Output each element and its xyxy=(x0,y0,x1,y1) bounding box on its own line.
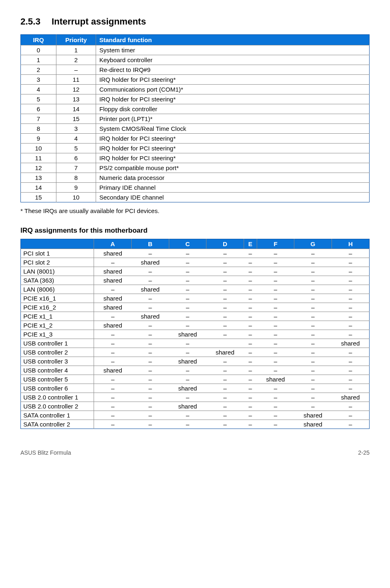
assign-cell: – xyxy=(94,384,132,393)
priority-cell: 9 xyxy=(56,183,96,193)
assign-cell: – xyxy=(94,285,132,294)
assign-cell: – xyxy=(244,366,257,375)
function-cell: Primary IDE channel xyxy=(96,183,370,193)
assign-cell: – xyxy=(94,393,132,402)
assign-header-col: G xyxy=(294,239,332,249)
assign-cell: – xyxy=(332,402,369,411)
assign-cell: – xyxy=(257,303,294,312)
function-cell: IRQ holder for PCI steering* xyxy=(96,94,370,104)
assign-cell: – xyxy=(332,285,369,294)
assign-cell: – xyxy=(206,402,244,411)
table-row: SATA controller 2––––––shared– xyxy=(21,420,370,429)
table-row: 127PS/2 compatible mouse port* xyxy=(21,163,370,173)
assign-cell: – xyxy=(132,330,169,339)
assign-cell: – xyxy=(132,348,169,357)
assign-cell: – xyxy=(332,357,369,366)
assign-cell: – xyxy=(206,258,244,267)
assign-cell: – xyxy=(94,411,132,420)
assign-cell: shared xyxy=(169,402,206,411)
assign-cell: – xyxy=(94,357,132,366)
assign-cell: – xyxy=(257,420,294,429)
table-row: USB controller 4shared––––––– xyxy=(21,366,370,375)
assign-cell: – xyxy=(169,393,206,402)
assign-row-label: PCIE x1_2 xyxy=(21,321,94,330)
assign-cell: shared xyxy=(257,375,294,384)
assign-header-col: H xyxy=(332,239,369,249)
assign-cell: – xyxy=(257,330,294,339)
assign-cell: shared xyxy=(294,420,332,429)
assign-cell: – xyxy=(332,267,369,276)
assign-cell: – xyxy=(94,258,132,267)
assign-cell: – xyxy=(169,285,206,294)
irq-cell: 8 xyxy=(21,124,56,134)
assign-cell: – xyxy=(132,393,169,402)
assign-cell: – xyxy=(206,285,244,294)
irq-header-priority: Priority xyxy=(56,35,96,45)
assign-cell: – xyxy=(132,267,169,276)
assign-cell: – xyxy=(294,249,332,258)
assign-cell: – xyxy=(244,375,257,384)
assign-header-blank xyxy=(21,239,94,249)
irq-header-func: Standard function xyxy=(96,35,370,45)
priority-cell: 10 xyxy=(56,193,96,202)
assign-cell: – xyxy=(206,411,244,420)
assign-cell: – xyxy=(206,357,244,366)
assign-cell: – xyxy=(244,420,257,429)
assign-cell: – xyxy=(132,276,169,285)
assign-cell: – xyxy=(332,303,369,312)
section-title-text: Interrupt assignments xyxy=(52,16,146,27)
priority-cell: 6 xyxy=(56,153,96,163)
assign-cell: – xyxy=(132,321,169,330)
assign-row-label: USB controller 5 xyxy=(21,375,94,384)
assign-cell: – xyxy=(94,348,132,357)
assign-cell: – xyxy=(294,366,332,375)
assign-cell: – xyxy=(294,339,332,348)
assign-cell: – xyxy=(244,339,257,348)
assign-cell: – xyxy=(244,294,257,303)
assign-row-label: SATA controller 1 xyxy=(21,411,94,420)
priority-cell: 7 xyxy=(56,163,96,173)
priority-cell: 8 xyxy=(56,173,96,183)
assign-cell: – xyxy=(244,357,257,366)
assign-cell: – xyxy=(332,411,369,420)
assign-cell: – xyxy=(132,357,169,366)
assign-cell: – xyxy=(257,285,294,294)
assign-cell: shared xyxy=(94,366,132,375)
table-row: PCI slot 1shared––––––– xyxy=(21,249,370,258)
table-row: PCIE x1_3––shared––––– xyxy=(21,330,370,339)
assign-cell: – xyxy=(169,312,206,321)
footer-left: ASUS Blitz Formula xyxy=(20,449,71,456)
priority-cell: 1 xyxy=(56,45,96,55)
table-row: USB controller 1––––––shared xyxy=(21,339,370,348)
assign-cell: – xyxy=(244,321,257,330)
priority-cell: 12 xyxy=(56,85,96,94)
assign-cell: – xyxy=(332,420,369,429)
assign-row-label: SATA (363) xyxy=(21,276,94,285)
assign-cell: – xyxy=(244,285,257,294)
assign-cell: shared xyxy=(169,384,206,393)
assign-cell: – xyxy=(206,249,244,258)
assign-cell: – xyxy=(257,249,294,258)
assign-cell: – xyxy=(244,258,257,267)
assign-cell: – xyxy=(257,276,294,285)
assign-cell: – xyxy=(206,366,244,375)
irq-cell: 7 xyxy=(21,114,56,124)
assign-cell: – xyxy=(332,294,369,303)
assign-cell: – xyxy=(244,402,257,411)
function-cell: Secondary IDE channel xyxy=(96,193,370,202)
irq-cell: 13 xyxy=(21,173,56,183)
assign-cell: – xyxy=(169,366,206,375)
assign-cell: – xyxy=(206,294,244,303)
table-row: 94IRQ holder for PCI steering* xyxy=(21,134,370,144)
assign-cell: – xyxy=(169,348,206,357)
irq-cell: 1 xyxy=(21,55,56,65)
irq-cell: 6 xyxy=(21,104,56,114)
function-cell: IRQ holder for PCI steering* xyxy=(96,75,370,85)
assign-header-col: E xyxy=(244,239,257,249)
table-row: PCI slot 2–shared–––––– xyxy=(21,258,370,267)
assign-cell: – xyxy=(244,249,257,258)
assign-row-label: USB controller 6 xyxy=(21,384,94,393)
assign-cell: – xyxy=(294,393,332,402)
assign-cell: shared xyxy=(132,258,169,267)
assign-row-label: LAN (8001) xyxy=(21,267,94,276)
